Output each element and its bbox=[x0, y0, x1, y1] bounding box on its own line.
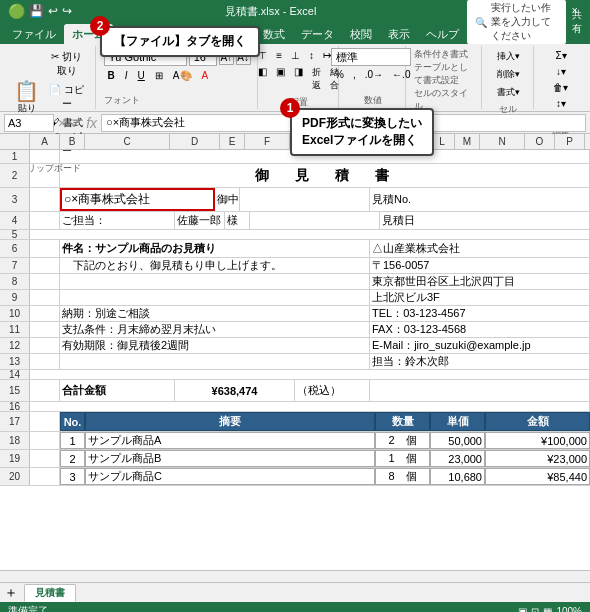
tab-review[interactable]: 校閲 bbox=[342, 24, 380, 44]
view-layout-icon[interactable]: ⊡ bbox=[531, 606, 539, 613]
cell-fg4[interactable] bbox=[250, 212, 380, 229]
tab-formulas[interactable]: 数式 bbox=[255, 24, 293, 44]
cell-k11[interactable]: FAX：03-123-4568 bbox=[370, 322, 590, 337]
cell-k8[interactable]: 東京都世田谷区上北沢四丁目 bbox=[370, 274, 590, 289]
cell-k3[interactable]: 見積No. bbox=[370, 188, 590, 211]
cell-header-no[interactable]: No. bbox=[60, 412, 85, 431]
copy-button[interactable]: 📄 コピー bbox=[45, 81, 89, 113]
cell-header-amount[interactable]: 金額 bbox=[485, 412, 590, 431]
cell-bc13[interactable] bbox=[60, 354, 370, 369]
font-size-selector[interactable]: 16 bbox=[189, 48, 217, 66]
cell-a1[interactable] bbox=[30, 150, 60, 163]
cell-price-20[interactable]: 10,680 bbox=[430, 468, 485, 485]
cell-bc10[interactable]: 納期：別途ご相談 bbox=[60, 306, 370, 321]
cell-qty-20[interactable]: 8 個 bbox=[375, 468, 430, 485]
font-size-increase[interactable]: A↑ bbox=[219, 49, 234, 65]
cell-row14[interactable] bbox=[30, 370, 590, 379]
tab-insert[interactable]: 挿入 bbox=[113, 24, 151, 44]
cell-bc11[interactable]: 支払条件：月末締め翌月末払い bbox=[60, 322, 370, 337]
cell-row16[interactable] bbox=[30, 402, 590, 411]
cell-e4[interactable]: 様 bbox=[225, 212, 250, 229]
cell-a17[interactable] bbox=[30, 412, 60, 431]
cell-k6[interactable]: △山産業株式会社 bbox=[370, 240, 590, 257]
cell-k4[interactable]: 見積日 bbox=[380, 212, 590, 229]
cell-a15[interactable] bbox=[30, 380, 60, 401]
cell-a2[interactable] bbox=[30, 164, 60, 187]
view-break-icon[interactable]: ▦ bbox=[543, 606, 552, 613]
cell-amount-20[interactable]: ¥85,440 bbox=[485, 468, 590, 485]
cell-gj15[interactable]: （税込） bbox=[295, 380, 370, 401]
number-format-selector[interactable]: 標準 bbox=[331, 48, 411, 66]
tab-help[interactable]: ヘルプ bbox=[418, 24, 467, 44]
cell-a12[interactable] bbox=[30, 338, 60, 353]
bold-button[interactable]: B bbox=[104, 68, 119, 83]
cell-desc-18[interactable]: サンプル商品A bbox=[85, 432, 375, 449]
cell-qty-18[interactable]: 2 個 bbox=[375, 432, 430, 449]
font-name-selector[interactable]: Yu Gothic bbox=[104, 48, 187, 66]
cell-a8[interactable] bbox=[30, 274, 60, 289]
tab-file[interactable]: ファイル bbox=[4, 24, 64, 44]
delete-cells-button[interactable]: 削除▾ bbox=[493, 66, 524, 83]
cell-company-name[interactable]: ○×商事株式会社 bbox=[60, 188, 215, 211]
cell-df15[interactable]: ¥638,474 bbox=[175, 380, 295, 401]
cell-reference-box[interactable]: A3 bbox=[4, 114, 54, 132]
view-normal-icon[interactable]: ▣ bbox=[518, 606, 527, 613]
col-header-b[interactable]: B bbox=[60, 134, 85, 149]
cell-a20[interactable] bbox=[30, 468, 60, 485]
cell-no-20[interactable]: 3 bbox=[60, 468, 85, 485]
cell-invoice-title[interactable]: 御 見 積 書 bbox=[60, 164, 590, 187]
sum-button[interactable]: Σ▾ bbox=[548, 48, 573, 63]
cell-desc-19[interactable]: サンプル商品B bbox=[85, 450, 375, 467]
underline-button[interactable]: U bbox=[134, 68, 149, 83]
cell-no-18[interactable]: 1 bbox=[60, 432, 85, 449]
cell-k12[interactable]: E-Mail：jiro_suzuki@example.jp bbox=[370, 338, 590, 353]
border-button[interactable]: ⊞ bbox=[151, 68, 167, 83]
cell-bc12[interactable]: 有効期限：御見積後2週間 bbox=[60, 338, 370, 353]
align-center-button[interactable]: ▣ bbox=[272, 64, 289, 94]
cut-button[interactable]: ✂ 切り取り bbox=[45, 48, 89, 80]
col-header-d[interactable]: D bbox=[170, 134, 220, 149]
align-middle-button[interactable]: ≡ bbox=[272, 48, 286, 63]
italic-button[interactable]: I bbox=[121, 68, 132, 83]
cell-a19[interactable] bbox=[30, 450, 60, 467]
horizontal-scrollbar[interactable] bbox=[0, 570, 590, 582]
cell-rest-row1[interactable] bbox=[60, 150, 590, 163]
cell-desc-20[interactable]: サンプル商品C bbox=[85, 468, 375, 485]
cell-amount-19[interactable]: ¥23,000 bbox=[485, 450, 590, 467]
text-direction-button[interactable]: ↕ bbox=[305, 48, 318, 63]
tab-data[interactable]: データ bbox=[293, 24, 342, 44]
sort-button[interactable]: ↕▾ bbox=[548, 96, 573, 111]
cell-a13[interactable] bbox=[30, 354, 60, 369]
wrap-text-button[interactable]: 折返 bbox=[308, 64, 325, 94]
cell-a7[interactable] bbox=[30, 258, 60, 273]
cell-price-18[interactable]: 50,000 bbox=[430, 432, 485, 449]
cell-no-19[interactable]: 2 bbox=[60, 450, 85, 467]
cell-bc8[interactable] bbox=[60, 274, 370, 289]
fill-color-button[interactable]: A🎨 bbox=[169, 68, 196, 83]
align-bottom-button[interactable]: ⊥ bbox=[287, 48, 304, 63]
cell-header-qty[interactable]: 数量 bbox=[375, 412, 430, 431]
cell-e3[interactable]: 御中 bbox=[215, 188, 240, 211]
share-btn[interactable]: 共有 bbox=[572, 8, 582, 36]
col-header-k[interactable]: K bbox=[370, 134, 430, 149]
col-header-p[interactable]: P bbox=[555, 134, 585, 149]
tab-view[interactable]: 表示 bbox=[380, 24, 418, 44]
formula-input[interactable] bbox=[101, 114, 586, 132]
cell-bc9[interactable] bbox=[60, 290, 370, 305]
format-cells-button[interactable]: 書式▾ bbox=[493, 84, 524, 101]
cell-header-desc[interactable]: 摘要 bbox=[85, 412, 375, 431]
cell-price-19[interactable]: 23,000 bbox=[430, 450, 485, 467]
search-box[interactable]: 🔍 実行したい作業を入力してください bbox=[467, 0, 566, 44]
cell-k9[interactable]: 上北沢ビル3F bbox=[370, 290, 590, 305]
increase-decimal-button[interactable]: .0→ bbox=[361, 67, 387, 82]
cell-a3[interactable] bbox=[30, 188, 60, 211]
cell-bc7[interactable]: 下記のとおり、御見積もり申し上げます。 bbox=[60, 258, 370, 273]
cell-bc15[interactable]: 合計金額 bbox=[60, 380, 175, 401]
col-header-n[interactable]: N bbox=[480, 134, 525, 149]
cell-bc6[interactable]: 件名：サンプル商品のお見積り bbox=[60, 240, 370, 257]
tab-page-layout[interactable]: ページレイアウト bbox=[151, 24, 255, 44]
cell-k10[interactable]: TEL：03-123-4567 bbox=[370, 306, 590, 321]
cell-a18[interactable] bbox=[30, 432, 60, 449]
col-header-e[interactable]: E bbox=[220, 134, 245, 149]
align-left-button[interactable]: ◧ bbox=[254, 64, 271, 94]
